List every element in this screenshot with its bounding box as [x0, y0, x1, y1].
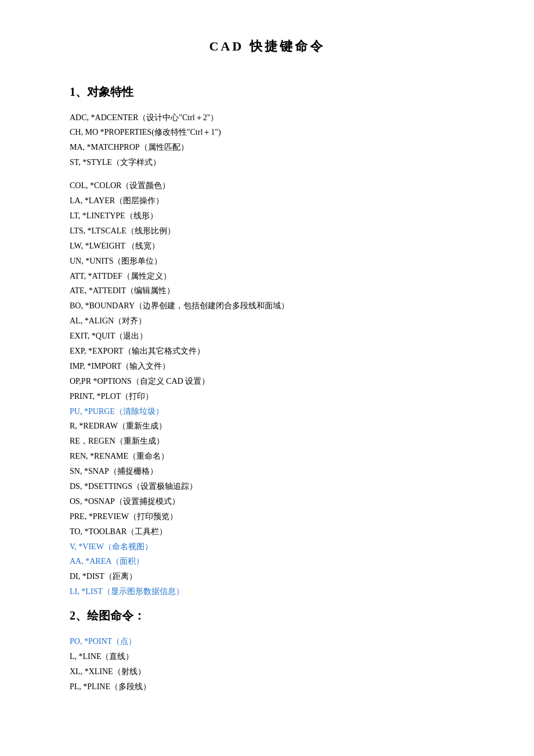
cmd-line: ST, *STYLE（文字样式）	[70, 155, 464, 170]
section-1-heading: 1、对象特性	[70, 81, 464, 102]
section-1-group-2: COL, *COLOR（设置颜色） LA, *LAYER（图层操作） LT, *…	[70, 178, 464, 599]
section-2-group-1: PO, *POINT（点） L, *LINE（直线） XL, *XLINE（射线…	[70, 634, 464, 694]
cmd-line-blue: PU, *PURGE（清除垃圾）	[70, 404, 464, 419]
cmd-line: ATE, *ATTEDIT（编辑属性）	[70, 283, 464, 298]
cmd-line: PRINT, *PLOT（打印）	[70, 389, 464, 404]
cmd-line: OS, *OSNAP（设置捕捉模式）	[70, 494, 464, 509]
cmd-line: IMP, *IMPORT（输入文件）	[70, 359, 464, 374]
cmd-line: TO, *TOOLBAR（工具栏）	[70, 524, 464, 539]
cmd-line: CH, MO *PROPERTIES(修改特性"Ctrl＋1")	[70, 125, 464, 140]
cmd-line: COL, *COLOR（设置颜色）	[70, 178, 464, 193]
cmd-line: MA, *MATCHPROP（属性匹配）	[70, 140, 464, 155]
page-title: CAD 快捷键命令	[70, 35, 464, 58]
cmd-line-blue: LI, *LIST（显示图形数据信息）	[70, 584, 464, 599]
cmd-line-blue: V, *VIEW（命名视图）	[70, 539, 464, 555]
cmd-line: EXP, *EXPORT（输出其它格式文件）	[70, 344, 464, 359]
section-1-group-1: ADC, *ADCENTER（设计中心"Ctrl＋2"） CH, MO *PRO…	[70, 110, 464, 171]
cmd-line-blue: AA, *AREA（面积）	[70, 554, 464, 569]
cmd-line: ATT, *ATTDEF（属性定义）	[70, 269, 464, 284]
cmd-line: DI, *DIST（距离）	[70, 569, 464, 584]
section-2-heading: 2、绘图命令：	[70, 605, 464, 626]
cmd-line: LTS, *LTSCALE（线形比例）	[70, 224, 464, 239]
cmd-line: LA, *LAYER（图层操作）	[70, 193, 464, 208]
cmd-line: LT, *LINETYPE（线形）	[70, 208, 464, 224]
cmd-line: EXIT, *QUIT（退出）	[70, 329, 464, 344]
cmd-line: XL, *XLINE（射线）	[70, 664, 464, 679]
cmd-line: R, *REDRAW（重新生成）	[70, 419, 464, 434]
cmd-line: PL, *PLINE（多段线）	[70, 679, 464, 694]
cmd-line: L, *LINE（直线）	[70, 649, 464, 664]
cmd-line: OP,PR *OPTIONS（自定义 CAD 设置）	[70, 374, 464, 389]
section-2: 2、绘图命令： PO, *POINT（点） L, *LINE（直线） XL, *…	[70, 605, 464, 694]
cmd-line: UN, *UNITS（图形单位）	[70, 254, 464, 269]
cmd-line: ADC, *ADCENTER（设计中心"Ctrl＋2"）	[70, 110, 464, 125]
cmd-line: AL, *ALIGN（对齐）	[70, 314, 464, 329]
cmd-line: RE，REGEN（重新生成）	[70, 434, 464, 449]
cmd-line: LW, *LWEIGHT （线宽）	[70, 239, 464, 254]
cmd-line: REN, *RENAME（重命名）	[70, 449, 464, 464]
cmd-line: BO, *BOUNDARY（边界创建，包括创建闭合多段线和面域）	[70, 298, 464, 314]
cmd-line: DS, *DSETTINGS（设置极轴追踪）	[70, 479, 464, 494]
cmd-line: SN, *SNAP（捕捉栅格）	[70, 464, 464, 479]
section-1: 1、对象特性 ADC, *ADCENTER（设计中心"Ctrl＋2"） CH, …	[70, 81, 464, 600]
cmd-line-blue: PO, *POINT（点）	[70, 634, 464, 649]
cmd-line: PRE, *PREVIEW（打印预览）	[70, 509, 464, 524]
